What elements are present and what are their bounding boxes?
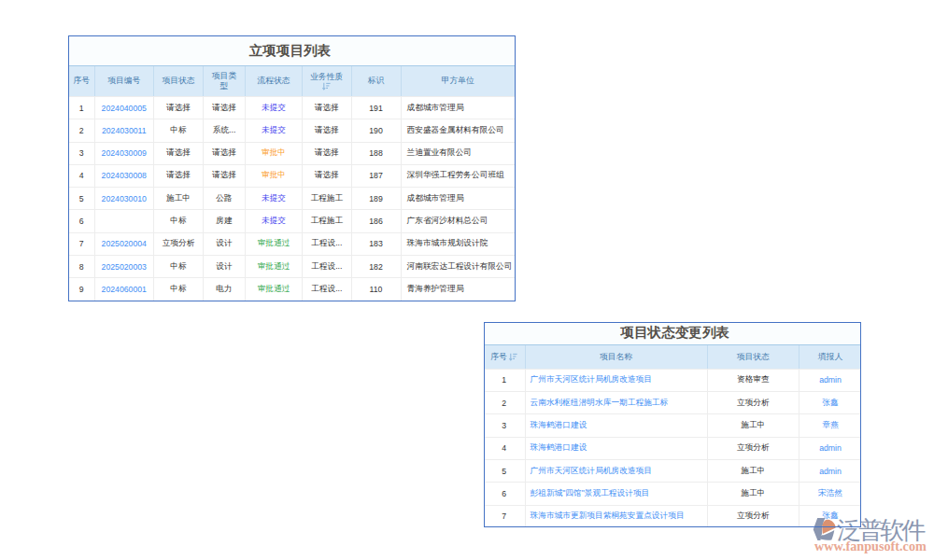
- svg-text:www.fanpusoft.com: www.fanpusoft.com: [814, 539, 927, 553]
